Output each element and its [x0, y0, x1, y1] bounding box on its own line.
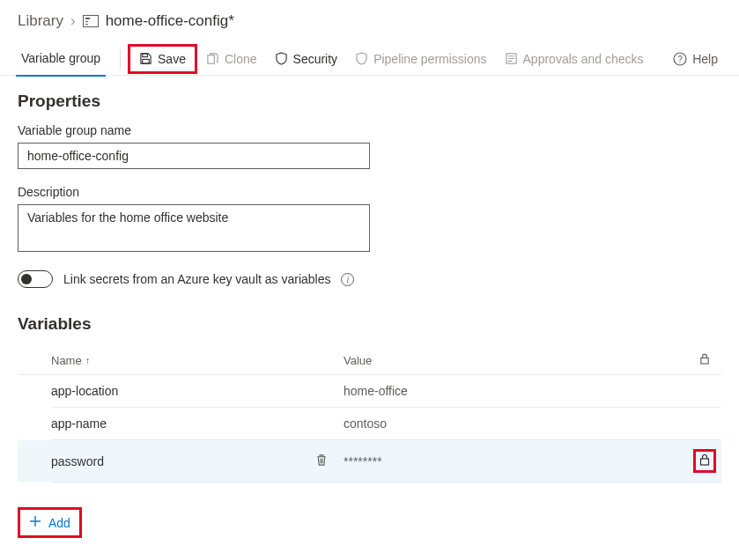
delete-icon[interactable]	[315, 453, 328, 469]
clone-button[interactable]: Clone	[197, 47, 266, 71]
header-lock	[688, 353, 721, 367]
security-label: Security	[293, 52, 338, 66]
clone-label: Clone	[225, 52, 257, 66]
save-button[interactable]: Save	[130, 47, 195, 71]
table-row[interactable]: app-name contoso	[18, 408, 721, 439]
variables-table: Name ↑ Value app-location home-office ap…	[18, 346, 721, 483]
table-row[interactable]: app-location home-office	[18, 375, 721, 407]
var-name[interactable]: password	[18, 454, 299, 468]
breadcrumb-current: home-office-config*	[106, 12, 234, 30]
var-name[interactable]: app-location	[18, 384, 299, 398]
help-label: Help	[692, 52, 718, 66]
variables-heading: Variables	[18, 314, 721, 334]
checklist-icon	[505, 52, 518, 65]
header-name[interactable]: Name ↑	[18, 354, 344, 367]
shield-icon	[355, 52, 368, 65]
table-row[interactable]: password ********	[18, 440, 721, 482]
plus-icon	[29, 515, 41, 530]
tab-variable-group[interactable]: Variable group	[18, 42, 104, 76]
svg-rect-5	[143, 59, 150, 63]
toggle-knob	[21, 274, 32, 284]
help-button[interactable]: ? Help	[664, 47, 727, 71]
svg-rect-11	[701, 459, 709, 465]
approvals-button[interactable]: Approvals and checks	[496, 47, 653, 71]
save-highlight: Save	[128, 44, 197, 74]
svg-rect-4	[143, 54, 148, 57]
clone-icon	[206, 52, 219, 65]
var-name[interactable]: app-name	[18, 416, 299, 431]
description-label: Description	[18, 185, 721, 199]
var-value[interactable]: contoso	[344, 416, 688, 431]
breadcrumb-separator: ›	[70, 12, 76, 30]
name-input[interactable]	[18, 143, 370, 169]
var-value[interactable]: home-office	[344, 384, 688, 398]
approvals-label: Approvals and checks	[523, 52, 644, 66]
info-icon[interactable]: i	[341, 273, 354, 286]
toolbar: Variable group Save Clone Security Pipel…	[0, 33, 739, 76]
var-value[interactable]: ********	[344, 454, 688, 468]
name-label: Variable group name	[18, 123, 721, 137]
security-button[interactable]: Security	[266, 47, 347, 71]
pipeline-permissions-button[interactable]: Pipeline permissions	[346, 47, 495, 71]
properties-heading: Properties	[18, 92, 721, 111]
link-secrets-label: Link secrets from an Azure key vault as …	[63, 272, 330, 286]
svg-rect-3	[85, 24, 88, 25]
link-secrets-toggle[interactable]	[18, 270, 53, 288]
help-icon: ?	[673, 52, 687, 66]
header-name-label: Name	[51, 354, 82, 367]
table-header: Name ↑ Value	[18, 346, 721, 375]
description-input[interactable]	[18, 204, 370, 252]
toolbar-divider	[120, 49, 121, 69]
breadcrumb: Library › home-office-config*	[0, 0, 739, 33]
header-value[interactable]: Value	[344, 354, 688, 367]
lock-icon[interactable]	[699, 453, 710, 468]
breadcrumb-root[interactable]: Library	[18, 12, 63, 30]
shield-icon	[275, 52, 288, 65]
svg-rect-2	[85, 21, 88, 22]
lock-highlight	[693, 449, 716, 473]
save-label: Save	[158, 52, 186, 66]
add-label: Add	[48, 516, 70, 530]
save-icon	[139, 52, 152, 65]
add-button[interactable]: Add	[20, 510, 79, 535]
svg-rect-10	[701, 358, 708, 365]
variable-group-icon	[83, 15, 99, 27]
svg-rect-1	[85, 18, 90, 19]
pipeline-permissions-label: Pipeline permissions	[373, 52, 486, 66]
sort-ascending-icon: ↑	[85, 355, 91, 365]
svg-rect-6	[208, 55, 215, 63]
svg-text:?: ?	[677, 55, 683, 64]
add-highlight: Add	[18, 507, 82, 538]
